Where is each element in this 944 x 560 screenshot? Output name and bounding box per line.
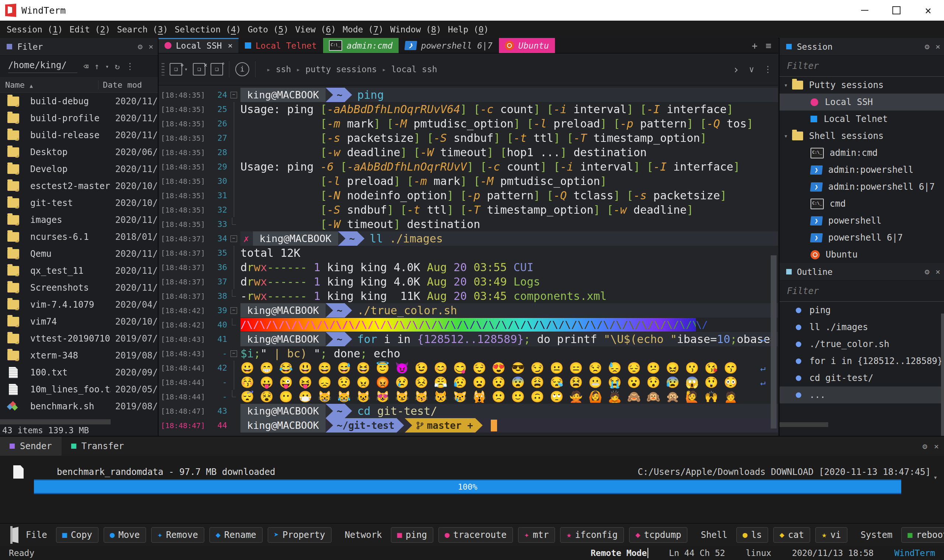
tab-close-icon[interactable]: × bbox=[228, 41, 233, 50]
transfer-close-icon[interactable]: × bbox=[934, 442, 939, 451]
run-chevron-icon[interactable]: › bbox=[733, 63, 739, 76]
file-row[interactable]: git-test2020/10/ bbox=[0, 194, 158, 211]
file-row[interactable]: ncurses-6.12018/01/ bbox=[0, 228, 158, 245]
filer-horizontal-scrollbar[interactable] bbox=[0, 419, 111, 425]
toolbar-button-ls[interactable]: ●ls bbox=[736, 527, 768, 543]
file-row[interactable]: Develop2020/11/ bbox=[0, 161, 158, 178]
up-directory-icon[interactable]: ↑ bbox=[94, 62, 100, 71]
outline-item[interactable]: ping bbox=[779, 302, 944, 319]
refresh-icon[interactable]: ↻ bbox=[115, 62, 120, 71]
path-dropdown-icon[interactable]: ▾ bbox=[105, 63, 109, 70]
tab-list-icon[interactable]: ≡ bbox=[765, 40, 771, 51]
session-item-ubuntu[interactable]: Ubuntu bbox=[779, 246, 944, 263]
session-item-powershell[interactable]: ❯powershell bbox=[779, 212, 944, 229]
tab-ubuntu[interactable]: Ubuntu bbox=[499, 38, 555, 53]
fold-icon[interactable]: − bbox=[230, 92, 237, 98]
fold-icon[interactable]: − bbox=[230, 350, 237, 357]
file-row[interactable]: vim-7.4.10792020/04/ bbox=[0, 296, 158, 313]
menu-edit[interactable]: Edit (2) bbox=[69, 25, 110, 34]
breadcrumb-local-ssh[interactable]: local ssh bbox=[391, 65, 437, 74]
tab-local-telnet[interactable]: Local Telnet bbox=[239, 38, 323, 53]
transfer-settings-icon[interactable]: ⚙ bbox=[922, 442, 927, 451]
new-tab-icon[interactable]: + bbox=[752, 40, 758, 51]
outline-horizontal-scrollbar[interactable] bbox=[779, 422, 828, 427]
breadcrumb-ssh[interactable]: ssh bbox=[276, 65, 291, 74]
transfer-file-row[interactable]: benchmark_randomdata - 97.7 MB downloade… bbox=[0, 465, 944, 478]
file-row[interactable]: esctest2-master2020/10/ bbox=[0, 178, 158, 194]
session-settings-icon[interactable]: ⚙ bbox=[925, 42, 930, 51]
session-item-admin-powershell[interactable]: ❯admin:powershell bbox=[779, 162, 944, 178]
file-row[interactable]: vim742020/10/ bbox=[0, 313, 158, 330]
file-row[interactable]: Qemu2020/11/ bbox=[0, 245, 158, 262]
menu-help[interactable]: Help (0) bbox=[448, 25, 489, 34]
fold-icon[interactable]: − bbox=[230, 235, 237, 242]
menu-search[interactable]: Search (3) bbox=[117, 25, 168, 34]
session-item-local-ssh[interactable]: Local SSH bbox=[779, 94, 944, 111]
toolbar-button-vi[interactable]: ★vi bbox=[815, 527, 847, 543]
column-header-name[interactable]: Name ▲ bbox=[5, 80, 98, 89]
toolbar-button-ping[interactable]: ■ping bbox=[391, 527, 433, 543]
close-session-icon[interactable]: ❏× bbox=[193, 63, 205, 75]
file-row[interactable]: Desktop2020/06/ bbox=[0, 144, 158, 161]
toolbar-button-rename[interactable]: ◆Rename bbox=[210, 527, 262, 543]
status-mode[interactable]: Remote Mode bbox=[591, 548, 648, 558]
file-row[interactable]: build-profile2020/11/ bbox=[0, 110, 158, 127]
menu-mode[interactable]: Mode (7) bbox=[342, 25, 384, 34]
new-session-icon[interactable]: ❏+ bbox=[170, 63, 182, 75]
expand-chevron-icon[interactable]: ∨ bbox=[749, 65, 754, 74]
outline-filter[interactable]: Filter bbox=[779, 281, 944, 302]
session-close-icon[interactable]: × bbox=[936, 42, 940, 51]
toolbar-button-mtr[interactable]: ✦mtr bbox=[518, 527, 555, 543]
transfer-collapse-icon[interactable]: ▾ bbox=[933, 474, 937, 481]
status-os[interactable]: linux bbox=[746, 548, 771, 558]
session-filter[interactable]: Filter bbox=[779, 55, 944, 77]
outline-item[interactable]: ll ./images bbox=[779, 319, 944, 335]
terminal-menu-icon[interactable]: ⋮ bbox=[764, 65, 772, 74]
tab-local-ssh[interactable]: Local SSH× bbox=[159, 38, 239, 53]
outline-item[interactable]: cd git-test/ bbox=[779, 369, 944, 386]
outline-item[interactable]: for i in {128512..128589} bbox=[779, 352, 944, 369]
outline-item[interactable]: ... bbox=[779, 386, 944, 403]
toolbar-button-property[interactable]: ➤Property bbox=[268, 527, 332, 543]
path-input[interactable]: /home/king/ bbox=[8, 60, 77, 73]
file-row[interactable]: qx_test_112020/11/ bbox=[0, 262, 158, 279]
transfer-tab-transfer[interactable]: Transfer bbox=[62, 437, 134, 456]
status-cursor-position[interactable]: Ln 44 Ch 52 bbox=[669, 548, 725, 558]
new-session-dropdown-icon[interactable]: ▾ bbox=[184, 66, 188, 72]
menu-selection[interactable]: Selection (4) bbox=[175, 25, 241, 34]
file-row[interactable]: Screenshots2020/11/ bbox=[0, 279, 158, 296]
file-row[interactable]: vttest-201907102019/07/ bbox=[0, 330, 158, 347]
file-row[interactable]: build-release2020/11/ bbox=[0, 127, 158, 144]
menu-goto[interactable]: Goto (5) bbox=[248, 25, 289, 34]
menu-window[interactable]: Window (8) bbox=[390, 25, 441, 34]
transfer-tab-sender[interactable]: Sender bbox=[0, 437, 62, 456]
toolbar-button-reboot[interactable]: ■reboot bbox=[901, 527, 944, 543]
reopen-session-icon[interactable]: ❏° bbox=[211, 63, 223, 75]
toolbar-button-remove[interactable]: ✦Remove bbox=[151, 527, 204, 543]
toolbar-button-cat[interactable]: ◆cat bbox=[773, 527, 810, 543]
collapse-caret-icon[interactable]: ▾ bbox=[779, 132, 792, 140]
clear-path-icon[interactable]: ⌫ bbox=[83, 62, 88, 71]
file-row[interactable]: benchmark.sh2019/08/ bbox=[0, 398, 158, 415]
collapse-caret-icon[interactable]: ▾ bbox=[779, 82, 792, 89]
session-item-admin-powershell-6-7[interactable]: ❯admin:powershell 6|7 bbox=[779, 178, 944, 195]
toolbar-grip[interactable] bbox=[162, 63, 165, 75]
toolbar-button-move[interactable]: ●Move bbox=[103, 527, 146, 543]
outline-close-icon[interactable]: × bbox=[936, 267, 940, 276]
session-group-shell-sessions[interactable]: ▾Shell sessions bbox=[779, 128, 944, 145]
close-button[interactable]: × bbox=[912, 0, 944, 21]
session-item-admin-cmd[interactable]: C:\_admin:cmd bbox=[779, 145, 944, 162]
terminal-vertical-scrollbar[interactable] bbox=[771, 255, 777, 428]
session-item-powershell-6-7[interactable]: ❯powershell 6|7 bbox=[779, 229, 944, 246]
info-icon[interactable]: i bbox=[235, 62, 249, 76]
session-item-cmd[interactable]: C:\_cmd bbox=[779, 195, 944, 212]
door-icon[interactable] bbox=[10, 526, 12, 544]
file-row[interactable]: images2020/11/ bbox=[0, 211, 158, 228]
filer-settings-icon[interactable]: ⚙ bbox=[138, 42, 143, 51]
filer-close-icon[interactable]: × bbox=[149, 42, 153, 51]
file-row[interactable]: 100.txt2020/09/ bbox=[0, 364, 158, 381]
menu-session[interactable]: Session (1) bbox=[7, 25, 63, 34]
toolbar-button-tcpdump[interactable]: ◆tcpdump bbox=[629, 527, 687, 543]
terminal-output[interactable]: [18:48:35]24−king@MACBOOK~ping[18:48:35]… bbox=[159, 86, 778, 432]
toolbar-button-ifconfig[interactable]: ★ifconfig bbox=[560, 527, 624, 543]
